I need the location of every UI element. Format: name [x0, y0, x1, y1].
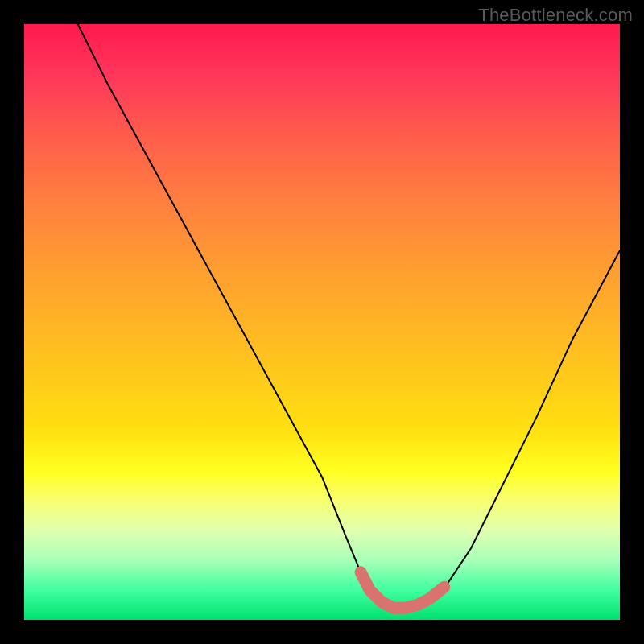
chart-overlay	[24, 24, 620, 620]
bottleneck-curve	[78, 24, 620, 608]
watermark: TheBottleneck.com	[478, 5, 633, 26]
highlight-band	[361, 572, 444, 608]
plot-area	[24, 24, 620, 620]
chart-frame: TheBottleneck.com	[0, 0, 644, 644]
